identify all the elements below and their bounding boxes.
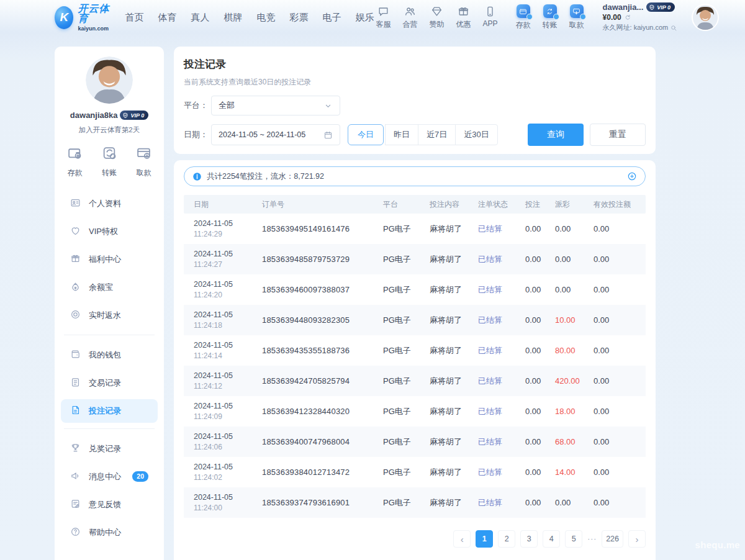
cell-bet: 0.00 [515, 255, 545, 264]
header-user-meta: dawanjia... VIP 0 ¥0.00 永久网址: kaiyun.com [603, 2, 678, 32]
reset-button[interactable]: 重置 [590, 124, 646, 146]
sidebar-item-profile[interactable]: 个人资料 [61, 189, 158, 217]
cell-content: 麻将胡了 [420, 254, 468, 265]
header-link-transfer[interactable]: 转账 [541, 4, 559, 30]
partners-icon [404, 6, 416, 17]
cell-date: 2024-11-0511:24:27 [184, 250, 252, 269]
refresh-balance-icon[interactable] [624, 14, 631, 21]
cell-time-value: 11:24:27 [194, 260, 252, 269]
cell-content: 麻将胡了 [420, 315, 468, 326]
sidebar-item-bets[interactable]: 投注记录 [61, 399, 158, 423]
cell-order: 1853639495149161476 [252, 224, 373, 233]
nav-item[interactable]: 真人 [191, 12, 210, 24]
page-button-226[interactable]: 226 [602, 530, 623, 548]
sidebar-menu: 个人资料VIP特权福利中心余额宝实时返水我的钱包交易记录投注记录兑奖记录消息中心… [55, 189, 164, 546]
nav-item[interactable]: 娱乐 [356, 12, 374, 24]
sidebar-item-transactions[interactable]: 交易记录 [61, 369, 158, 397]
search-button[interactable]: 查询 [528, 124, 584, 146]
page-button-4[interactable]: 4 [543, 530, 560, 548]
chevron-down-icon [323, 101, 333, 111]
header-link-partners[interactable]: 合营 [401, 6, 420, 30]
header-link-promo[interactable]: 优惠 [454, 6, 473, 30]
profile-avatar[interactable] [86, 56, 133, 104]
user-balance: ¥0.00 [603, 13, 621, 22]
nav-item[interactable]: 体育 [158, 12, 177, 24]
range-button[interactable]: 昨日 [385, 124, 418, 145]
range-button[interactable]: 近30日 [455, 124, 497, 145]
cell-bet: 0.00 [515, 346, 545, 355]
cell-date-value: 2024-11-05 [194, 371, 252, 380]
header-link-app[interactable]: APP [481, 6, 500, 30]
header-link-withdraw[interactable]: 取款 [567, 4, 586, 30]
nav-item[interactable]: 首页 [125, 12, 144, 24]
cell-time-value: 11:24:00 [194, 504, 252, 512]
quick-action-transfer[interactable]: 转账 [102, 145, 117, 178]
sidebar-item-rebate[interactable]: 实时返水 [61, 301, 158, 329]
cell-bet: 0.00 [515, 315, 545, 325]
quick-action-withdraw[interactable]: 取款 [136, 145, 151, 178]
header-link-label: 赞助 [430, 19, 445, 30]
user-name: dawanjia... [603, 2, 644, 12]
range-button[interactable]: 今日 [348, 124, 384, 145]
header-link-deposit[interactable]: 存款 [514, 4, 533, 30]
table-header: 日期订单号平台投注内容注单状态投注派彩有效投注额 [184, 195, 646, 214]
page-subtitle: 当前系统支持查询最近30日的投注记录 [184, 77, 646, 88]
date-range-value: 2024-11-05 ~ 2024-11-05 [219, 130, 305, 139]
sidebar-item-label: 我的钱包 [89, 350, 121, 361]
quick-action-deposit[interactable]: 存款 [67, 145, 83, 178]
cell-time-value: 11:24:12 [194, 382, 252, 391]
nav-item[interactable]: 棋牌 [224, 12, 243, 24]
nav-item[interactable]: 彩票 [290, 12, 309, 24]
cell-order: 1853639435355188736 [252, 346, 373, 355]
plus-circle-icon[interactable] [627, 171, 637, 181]
date-range-input[interactable]: 2024-11-05 ~ 2024-11-05 [211, 124, 340, 145]
brand-logo[interactable]: K 开云体育 kaiyun.com [55, 4, 113, 32]
cell-content: 麻将胡了 [420, 284, 468, 296]
vip-icon [70, 225, 81, 238]
page-button-2[interactable]: 2 [498, 530, 515, 548]
nav-item[interactable]: 电竞 [257, 12, 276, 24]
sidebar-item-prize[interactable]: 兑奖记录 [61, 435, 158, 463]
nav-item[interactable]: 电子 [323, 12, 341, 24]
column-header: 投注 [515, 199, 545, 210]
sidebar-item-wallet[interactable]: 我的钱包 [61, 341, 158, 369]
cell-payout: 80.00 [545, 346, 584, 355]
vip-badge: VIP 0 [646, 2, 675, 12]
page-button-1[interactable]: 1 [476, 530, 493, 548]
cell-date: 2024-11-0511:24:20 [184, 280, 252, 299]
cell-status: 已结算 [468, 467, 515, 478]
cell-order: 1853639400747968004 [252, 437, 373, 446]
user-avatar[interactable] [693, 5, 718, 30]
cell-date: 2024-11-0511:24:14 [184, 341, 252, 360]
header-link-support[interactable]: 客服 [374, 6, 393, 30]
header-quick-links: 客服合营赞助优惠APP [374, 6, 500, 30]
range-button[interactable]: 近7日 [418, 124, 456, 145]
sidebar-item-vip[interactable]: VIP特权 [61, 217, 158, 245]
cell-content: 麻将胡了 [420, 406, 468, 417]
prev-page-button[interactable]: ‹ [453, 530, 471, 548]
sidebar-item-messages[interactable]: 消息中心20 [61, 463, 158, 490]
column-header: 投注内容 [420, 199, 468, 210]
cell-status: 已结算 [468, 315, 515, 326]
sidebar-item-welfare[interactable]: 福利中心 [61, 245, 158, 273]
sidebar-item-help[interactable]: 帮助中心 [61, 518, 158, 546]
header-link-sponsor[interactable]: 赞助 [428, 6, 446, 30]
platform-select[interactable]: 全部 [211, 96, 340, 115]
phone-icon [484, 6, 496, 17]
page-button-5[interactable]: 5 [565, 530, 582, 548]
page-button-3[interactable]: 3 [520, 530, 538, 548]
sidebar-item-feedback[interactable]: 意见反馈 [61, 490, 158, 518]
cell-date: 2024-11-0511:24:09 [184, 402, 252, 421]
search-icon[interactable] [670, 24, 677, 32]
gift-icon [458, 6, 469, 17]
cell-payout: 0.00 [545, 498, 584, 507]
cell-date-value: 2024-11-05 [194, 250, 252, 258]
cell-valid: 0.00 [584, 285, 646, 294]
next-page-button[interactable]: › [628, 530, 646, 548]
cell-payout: 18.00 [545, 407, 584, 416]
transfer-icon [102, 145, 117, 163]
cell-date-value: 2024-11-05 [194, 493, 252, 502]
sidebar-item-label: 帮助中心 [89, 527, 121, 538]
sidebar-item-yuebao[interactable]: 余额宝 [61, 273, 158, 301]
brand-name: 开云体育 [78, 4, 112, 24]
